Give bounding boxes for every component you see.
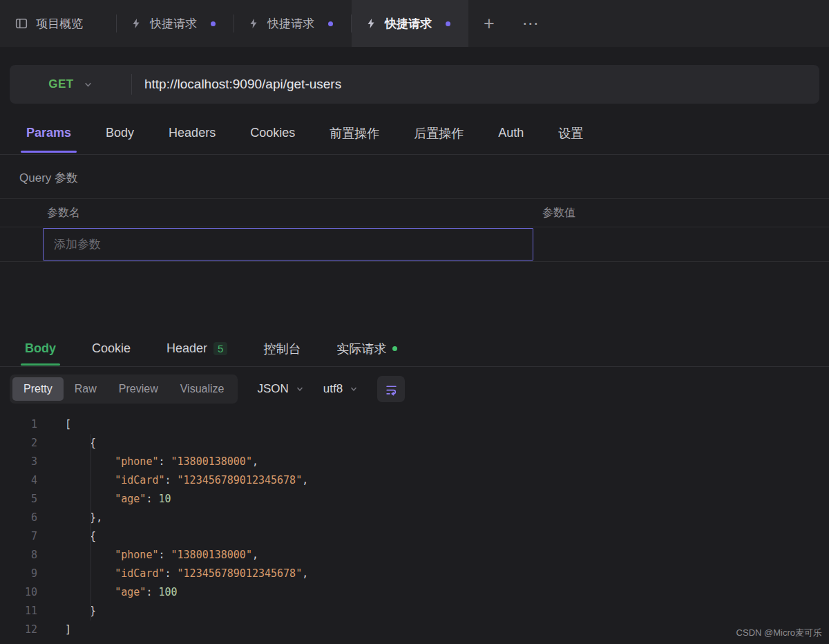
tab-project-overview[interactable]: 项目概览 [0,0,116,47]
more-tabs-button[interactable]: ⋯ [510,0,553,47]
tab-params[interactable]: Params [23,113,74,153]
mode-pretty-button[interactable]: Pretty [12,377,64,401]
tab-label: Header [166,341,207,356]
code-text: } [46,602,96,621]
divider [131,74,132,95]
format-select[interactable]: JSON [257,382,303,396]
tab-label: 控制台 [263,341,301,357]
tab-label: 实际请求 [336,341,386,357]
encoding-label: utf8 [323,382,343,396]
tab-actual-request[interactable]: 实际请求 [335,331,399,367]
mode-preview-button[interactable]: Preview [108,377,169,401]
tab-response-cookie[interactable]: Cookie [90,332,132,366]
lightning-icon [365,18,377,29]
tab-label: 快捷请求 [267,16,314,32]
tab-quick-request-2[interactable]: 快捷请求 [234,0,351,47]
code-line: 7 { [0,527,829,546]
tab-headers[interactable]: Headers [166,113,218,153]
unsaved-dot [446,21,450,26]
method-label: GET [48,77,73,91]
url-input[interactable]: http://localhost:9090/api/get-users [144,77,819,92]
line-number: 3 [0,453,46,471]
query-params-title: Query 参数 [19,170,829,186]
word-wrap-icon [385,383,398,396]
tab-pre-actions[interactable]: 前置操作 [327,113,382,154]
code-line: 4 "idCard": "123456789012345678", [0,471,829,490]
code-lines: 1[2 {3 "phone": "13800138000",4 "idCard"… [0,415,829,639]
add-param-input[interactable] [43,228,533,261]
code-line: 8 "phone": "13800138000", [0,546,829,565]
url-box: GET http://localhost:9090/api/get-users [10,65,819,104]
lightning-icon [248,18,259,29]
new-tab-button[interactable]: + [468,0,510,47]
tab-label: Body [25,341,56,356]
status-dot [392,346,397,351]
lightning-icon [131,18,142,29]
unsaved-dot [328,21,333,26]
line-number: 6 [0,509,46,527]
code-text: "phone": "13800138000", [46,453,258,471]
column-param-value: 参数值 [495,206,575,220]
code-line: 9 "idCard": "123456789012345678", [0,565,829,583]
line-number: 8 [0,546,46,565]
header-count-badge: 5 [213,342,227,355]
response-toolbar: Pretty Raw Preview Visualize JSON utf8 [10,375,819,404]
code-text: { [46,527,96,546]
tab-quick-request-3-active[interactable]: 快捷请求 [352,0,468,47]
view-mode-segmented-control: Pretty Raw Preview Visualize [10,375,238,404]
line-number: 9 [0,565,46,583]
tab-body[interactable]: Body [103,113,137,153]
tab-bar: 项目概览 快捷请求 快捷请求 快捷请求 + ⋯ [0,0,829,47]
code-text: "age": 10 [46,490,171,509]
tab-label: 快捷请求 [385,16,432,32]
code-text: { [46,434,96,453]
mode-visualize-button[interactable]: Visualize [169,377,236,401]
code-line: 12] [0,621,829,639]
tab-settings[interactable]: 设置 [555,113,586,154]
chevron-down-icon [84,80,93,89]
tab-response-header[interactable]: Header 5 [165,332,229,366]
code-line: 5 "age": 10 [0,490,829,509]
tab-post-actions[interactable]: 后置操作 [411,113,466,154]
param-table-header: 参数名 参数值 [0,198,829,227]
code-text: ] [46,621,71,639]
unsaved-dot [211,21,216,26]
code-text: }, [46,509,102,527]
line-number: 1 [0,415,46,434]
tab-label: 快捷请求 [150,16,197,32]
code-line: 1[ [0,415,829,434]
format-label: JSON [257,382,288,396]
tab-quick-request-1[interactable]: 快捷请求 [117,0,234,47]
request-tabs: Params Body Headers Cookies 前置操作 后置操作 Au… [0,104,829,155]
indent-guide [90,434,91,621]
code-line: 2 { [0,434,829,453]
line-number: 11 [0,602,46,621]
query-params-section: Query 参数 参数名 参数值 [0,170,829,262]
line-number: 2 [0,434,46,453]
project-overview-icon [15,17,28,30]
code-line: 3 "phone": "13800138000", [0,453,829,471]
tab-project-overview-label: 项目概览 [36,16,83,32]
watermark: CSDN @Micro麦可乐 [736,627,822,639]
code-line: 10 "age": 100 [0,583,829,602]
method-select[interactable]: GET [10,77,131,91]
code-text: "idCard": "123456789012345678", [46,471,308,490]
response-editor[interactable]: 1[2 {3 "phone": "13800138000",4 "idCard"… [0,411,829,642]
param-add-row [0,227,829,262]
request-bar-section: GET http://localhost:9090/api/get-users [0,47,829,104]
tab-response-body[interactable]: Body [23,332,57,366]
code-line: 6 }, [0,509,829,527]
tab-cookies[interactable]: Cookies [247,113,298,153]
tab-response-console[interactable]: 控制台 [262,331,302,367]
code-text: "phone": "13800138000", [46,546,258,565]
chevron-down-icon [296,385,304,393]
line-number: 4 [0,471,46,490]
encoding-select[interactable]: utf8 [323,382,358,396]
line-number: 10 [0,583,46,602]
word-wrap-button[interactable] [377,376,405,402]
tab-auth[interactable]: Auth [495,113,526,153]
column-param-name: 参数名 [0,206,495,220]
code-line: 11 } [0,602,829,621]
code-text: "idCard": "123456789012345678", [46,565,308,583]
mode-raw-button[interactable]: Raw [64,377,108,401]
